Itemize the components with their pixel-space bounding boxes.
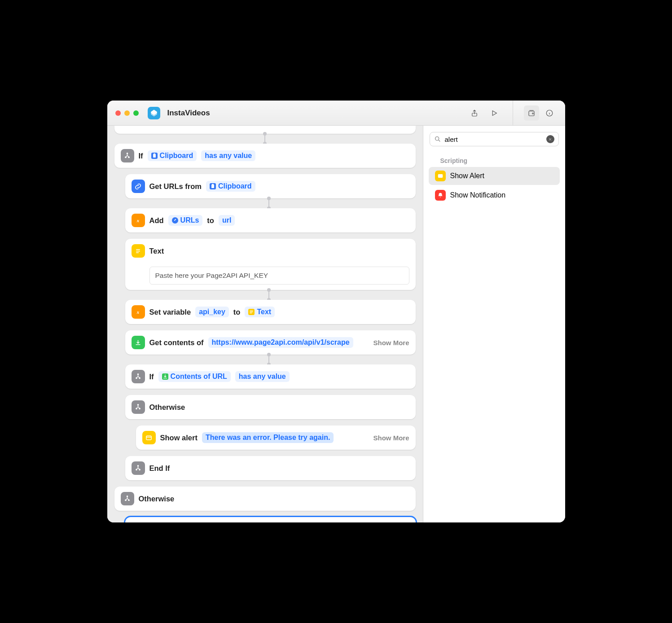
connector	[268, 198, 269, 208]
if-keyword: If	[139, 152, 143, 160]
clipboard-token[interactable]: Clipboard	[148, 150, 197, 161]
svg-point-26	[435, 137, 439, 140]
text-label: Text	[149, 247, 164, 255]
action-get-urls[interactable]: Get URLs from Clipboard	[125, 174, 416, 198]
get-urls-label: Get URLs from	[149, 182, 202, 191]
action-if[interactable]: If Clipboard has any value	[114, 144, 416, 168]
result-show-notification[interactable]: Show Notification	[429, 186, 560, 204]
search-input[interactable]	[445, 136, 543, 143]
branch-icon	[132, 370, 145, 383]
alert-message-token[interactable]: There was an error. Please try again.	[202, 432, 334, 443]
svg-point-14	[139, 377, 140, 378]
library-panel-button[interactable]	[524, 105, 539, 121]
svg-point-16	[136, 408, 137, 409]
share-button[interactable]	[467, 105, 482, 121]
svg-point-15	[137, 404, 138, 405]
action-set-variable[interactable]: x Set variable api_key to Text	[125, 300, 416, 324]
otherwise-label: Otherwise	[139, 495, 175, 503]
section-header-scripting: Scripting	[423, 153, 565, 167]
connector	[268, 290, 269, 300]
action-if-inner[interactable]: If Contents of URL has any value	[125, 364, 416, 389]
alert-icon	[435, 171, 446, 181]
svg-point-23	[125, 500, 126, 500]
if-keyword: If	[149, 373, 154, 381]
get-contents-label: Get contents of	[149, 338, 204, 347]
svg-text:x: x	[136, 310, 140, 315]
run-button[interactable]	[487, 105, 502, 121]
add-label: Add	[149, 216, 164, 225]
action-add-to-variable[interactable]: x Add URLs to url	[125, 208, 416, 233]
branch-icon	[121, 149, 134, 162]
result-show-alert[interactable]: Show Alert	[429, 167, 560, 185]
text-input-field[interactable]: Paste here your Page2API API_KEY	[149, 267, 409, 285]
condition-token[interactable]: has any value	[235, 371, 290, 382]
actions-library-sidebar: Scripting Show Alert Show Notification	[423, 126, 565, 522]
otherwise-label: Otherwise	[149, 403, 185, 412]
search-field[interactable]	[430, 132, 559, 146]
svg-rect-9	[212, 184, 214, 185]
to-keyword: to	[207, 216, 214, 225]
branch-icon	[132, 400, 145, 414]
action-get-contents-url[interactable]: Get contents of https://www.page2api.com…	[125, 330, 416, 355]
svg-text:x: x	[136, 218, 140, 223]
link-icon	[132, 180, 145, 193]
show-alert-label: Show alert	[160, 434, 198, 442]
svg-rect-7	[154, 154, 155, 154]
clipboard-token[interactable]: Clipboard	[206, 181, 255, 192]
contents-of-url-token[interactable]: Contents of URL	[158, 371, 231, 382]
end-if-label: End If	[149, 464, 170, 473]
action-show-alert-outer[interactable]: Show alert Copy the Instagram post URL a…	[125, 517, 416, 522]
svg-point-24	[128, 500, 129, 500]
svg-point-19	[137, 465, 138, 466]
info-panel-button[interactable]	[542, 105, 557, 121]
show-more-button[interactable]: Show More	[373, 339, 409, 347]
urls-token[interactable]: URLs	[168, 215, 203, 226]
svg-point-22	[127, 496, 127, 496]
notification-icon	[435, 190, 446, 201]
shortcuts-editor-window: InstaVideos If	[107, 101, 565, 522]
clear-search-button[interactable]	[546, 135, 554, 143]
download-icon	[132, 336, 145, 349]
url-variable-token[interactable]: url	[219, 215, 235, 226]
condition-token[interactable]: has any value	[201, 150, 255, 161]
action-otherwise-inner[interactable]: Otherwise	[125, 395, 416, 419]
connector	[268, 355, 269, 364]
connector	[264, 134, 265, 144]
action-end-if[interactable]: End If	[125, 456, 416, 480]
branch-icon	[121, 492, 134, 505]
branch-icon	[132, 461, 145, 475]
show-more-button[interactable]: Show More	[373, 434, 409, 442]
titlebar: InstaVideos	[107, 101, 565, 126]
alert-icon	[142, 431, 156, 444]
api-key-token[interactable]: api_key	[195, 307, 229, 317]
url-token[interactable]: https://www.page2api.com/api/v1/scrape	[208, 337, 353, 348]
svg-point-13	[136, 377, 137, 378]
svg-rect-8	[211, 184, 214, 188]
workflow-canvas[interactable]: If Clipboard has any value Get URLs from…	[107, 126, 423, 522]
minimize-window-button[interactable]	[124, 110, 130, 116]
fullscreen-window-button[interactable]	[133, 110, 139, 116]
svg-point-20	[136, 469, 137, 470]
shortcut-title[interactable]: InstaVideos	[167, 109, 210, 118]
svg-point-12	[137, 373, 138, 374]
result-label: Show Alert	[450, 172, 484, 180]
shortcut-app-icon	[148, 107, 160, 119]
result-label: Show Notification	[450, 191, 506, 199]
search-icon	[434, 136, 441, 143]
action-text[interactable]: Text Paste here your Page2API API_KEY	[125, 239, 416, 290]
svg-point-3	[127, 153, 127, 154]
action-otherwise-outer[interactable]: Otherwise	[114, 487, 416, 511]
toolbar-divider	[513, 101, 513, 125]
close-window-button[interactable]	[115, 110, 121, 116]
text-icon	[132, 244, 145, 258]
text-token[interactable]: Text	[245, 307, 275, 317]
action-show-alert-inner[interactable]: Show alert There was an error. Please tr…	[136, 426, 416, 450]
svg-rect-27	[438, 175, 442, 178]
svg-point-4	[125, 157, 126, 158]
svg-point-5	[128, 157, 129, 158]
svg-rect-6	[153, 154, 156, 158]
svg-point-17	[139, 408, 140, 409]
to-keyword: to	[233, 308, 241, 316]
svg-rect-18	[146, 436, 151, 440]
svg-point-21	[139, 469, 140, 470]
